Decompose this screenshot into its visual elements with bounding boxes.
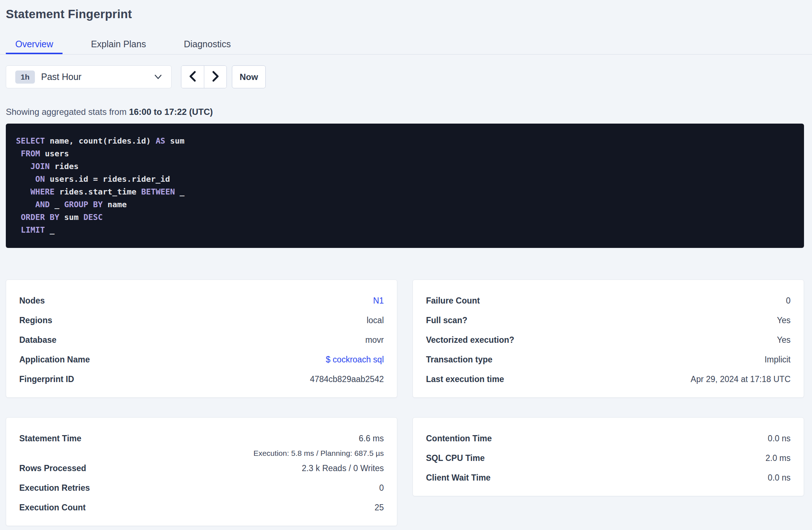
row-label: Contention Time: [426, 429, 492, 448]
detail-row-nodes: Nodes N1: [19, 291, 384, 310]
row-value: Yes: [777, 310, 791, 330]
time-step-buttons: [181, 65, 227, 88]
detail-row-fingerprint-id: Fingerprint ID 4784cb829aab2542: [19, 369, 384, 389]
detail-row-rows-processed: Rows Processed 2.3 k Reads / 0 Writes: [19, 458, 384, 478]
row-label: SQL CPU Time: [426, 448, 485, 468]
row-label: Nodes: [19, 291, 45, 310]
row-label: Last execution time: [426, 369, 504, 389]
detail-row-contention-time: Contention Time 0.0 ns: [426, 429, 791, 448]
aggregated-stats-prefix: Showing aggregated stats from: [6, 107, 126, 117]
detail-row-application-name: Application Name $ cockroach sql: [19, 350, 384, 369]
row-value: 25: [374, 498, 384, 517]
statement-details-card: Nodes N1 Regions local Database movr App…: [6, 280, 397, 398]
row-value: 0: [786, 291, 791, 310]
time-range-picker[interactable]: 1h Past Hour: [6, 65, 172, 88]
aggregated-stats-range: 16:00 to 17:22 (UTC): [129, 107, 213, 117]
row-label: Transaction type: [426, 350, 493, 369]
row-value: Yes: [777, 330, 791, 350]
next-time-button[interactable]: [204, 66, 226, 88]
execution-attributes-card: Failure Count 0 Full scan? Yes Vectorize…: [413, 280, 804, 398]
tab-bar: Overview Explain Plans Diagnostics: [0, 35, 812, 55]
detail-row-last-execution-time: Last execution time Apr 29, 2024 at 17:1…: [426, 369, 791, 389]
row-label: Rows Processed: [19, 458, 86, 478]
tab-explain-plans[interactable]: Explain Plans: [81, 35, 155, 54]
tab-diagnostics[interactable]: Diagnostics: [174, 35, 240, 54]
sql-statement-box: SELECT name, count(rides.id) AS sum FROM…: [6, 124, 804, 248]
overview-cards: Nodes N1 Regions local Database movr App…: [6, 280, 804, 526]
row-value-stack: 6.6 ms Execution: 5.8 ms / Planning: 687…: [253, 429, 384, 458]
row-value: 6.6 ms: [359, 429, 384, 448]
detail-row-execution-count: Execution Count 25: [19, 498, 384, 517]
detail-row-client-wait-time: Client Wait Time 0.0 ns: [426, 468, 791, 487]
row-label: Execution Count: [19, 498, 86, 517]
time-toolbar: 1h Past Hour: [6, 65, 804, 88]
detail-row-database: Database movr: [19, 330, 384, 350]
row-value: local: [367, 310, 384, 330]
detail-row-statement-time: Statement Time 6.6 ms Execution: 5.8 ms …: [19, 429, 384, 458]
statement-fingerprint-page: Statement Fingerprint Overview Explain P…: [0, 7, 812, 526]
row-label: Fingerprint ID: [19, 369, 74, 389]
previous-time-button[interactable]: [181, 66, 204, 88]
time-range-label: Past Hour: [41, 72, 81, 82]
row-label: Vectorized execution?: [426, 330, 514, 350]
row-value: Implicit: [764, 350, 791, 369]
row-value: 0: [379, 478, 384, 498]
row-label: Failure Count: [426, 291, 480, 310]
detail-row-sql-cpu-time: SQL CPU Time 2.0 ms: [426, 448, 791, 468]
chevron-right-icon: [211, 71, 220, 83]
detail-row-full-scan: Full scan? Yes: [426, 310, 791, 330]
row-value: 0.0 ns: [768, 468, 791, 487]
row-label: Application Name: [19, 350, 90, 369]
detail-row-execution-retries: Execution Retries 0: [19, 478, 384, 498]
sql-code: SELECT name, count(rides.id) AS sum FROM…: [16, 136, 185, 234]
resource-time-card: Contention Time 0.0 ns SQL CPU Time 2.0 …: [413, 417, 804, 496]
row-value: 4784cb829aab2542: [310, 369, 384, 389]
detail-row-regions: Regions local: [19, 310, 384, 330]
page-title: Statement Fingerprint: [6, 7, 804, 22]
now-button[interactable]: Now: [232, 65, 266, 88]
detail-row-vectorized-execution: Vectorized execution? Yes: [426, 330, 791, 350]
chevron-down-icon: [154, 74, 162, 80]
detail-row-transaction-type: Transaction type Implicit: [426, 350, 791, 369]
tab-overview[interactable]: Overview: [6, 35, 63, 54]
row-subvalue: Execution: 5.8 ms / Planning: 687.5 µs: [253, 448, 384, 458]
row-value: 0.0 ns: [768, 429, 791, 448]
row-label: Statement Time: [19, 429, 81, 448]
row-value: movr: [365, 330, 384, 350]
detail-row-failure-count: Failure Count 0: [426, 291, 791, 310]
chevron-left-icon: [188, 71, 197, 83]
time-range-badge: 1h: [15, 71, 35, 84]
row-label: Database: [19, 330, 56, 350]
nodes-link[interactable]: N1: [373, 291, 384, 310]
row-label: Full scan?: [426, 310, 467, 330]
row-label: Execution Retries: [19, 478, 90, 498]
statement-timing-card: Statement Time 6.6 ms Execution: 5.8 ms …: [6, 417, 397, 526]
aggregated-stats-caption: Showing aggregated stats from 16:00 to 1…: [6, 106, 804, 118]
row-value: 2.0 ms: [765, 448, 791, 468]
row-value: 2.3 k Reads / 0 Writes: [302, 458, 384, 478]
row-label: Regions: [19, 310, 52, 330]
application-name-link[interactable]: $ cockroach sql: [326, 350, 384, 369]
row-label: Client Wait Time: [426, 468, 491, 487]
row-value: Apr 29, 2024 at 17:18 UTC: [691, 369, 791, 389]
